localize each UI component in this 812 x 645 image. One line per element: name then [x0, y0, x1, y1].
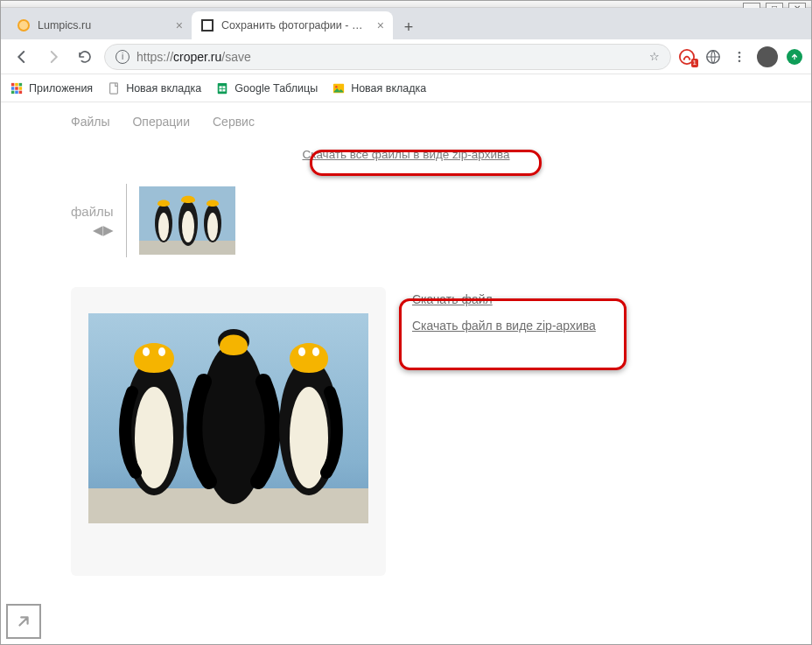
files-prev-icon[interactable]: ◀	[93, 222, 103, 238]
svg-rect-13	[15, 87, 18, 90]
svg-point-6	[738, 51, 741, 53]
svg-rect-14	[19, 87, 23, 90]
svg-point-42	[312, 347, 319, 356]
image-card	[71, 287, 386, 576]
url-text: https://croper.ru/save	[136, 50, 642, 64]
bookmark-label: Приложения	[29, 82, 93, 95]
title-bar	[1, 1, 811, 8]
bookmark-label: Google Таблицы	[234, 82, 318, 95]
menu-operations[interactable]: Операции	[132, 115, 190, 129]
globe-icon[interactable]	[704, 48, 722, 66]
menu-service[interactable]: Сервис	[213, 115, 255, 129]
site-menu: Файлы Операции Сервис	[1, 102, 811, 141]
svg-rect-15	[11, 90, 15, 94]
svg-rect-16	[15, 90, 18, 94]
penguins-thumbnail-icon	[139, 186, 235, 255]
download-links: Скачать файл Скачать файл в виде zip-арх…	[412, 287, 596, 345]
extension-icons	[678, 46, 802, 67]
apps-bookmark[interactable]: Приложения	[10, 81, 93, 95]
address-bar[interactable]: i https://croper.ru/save ☆	[104, 44, 671, 70]
toolbar: i https://croper.ru/save ☆	[1, 39, 811, 74]
apps-grid-icon	[10, 81, 24, 95]
svg-rect-12	[11, 87, 15, 90]
menu-files[interactable]: Файлы	[71, 115, 109, 129]
svg-point-28	[182, 211, 194, 242]
svg-point-35	[143, 347, 150, 356]
tab-label: Lumpics.ru	[38, 19, 169, 32]
svg-rect-11	[19, 82, 23, 86]
menu-dots-icon[interactable]	[731, 48, 748, 66]
files-strip: файлы ◀ ▶	[1, 184, 811, 257]
svg-point-26	[158, 213, 169, 241]
penguins-image-icon	[88, 313, 368, 523]
svg-point-7	[738, 55, 741, 58]
files-nav-arrows: ◀ ▶	[93, 222, 114, 238]
bookmark-label: Новая вкладка	[126, 82, 201, 95]
expand-arrow-icon[interactable]	[6, 604, 41, 639]
bookmark-newtab-1[interactable]: Новая вкладка	[107, 81, 201, 95]
crop-icon	[200, 18, 214, 32]
files-label: файлы	[71, 204, 114, 219]
new-tab-button[interactable]: +	[396, 15, 421, 39]
back-button[interactable]	[10, 45, 34, 69]
tab-label: Сохранить фотографии - Онлайн	[221, 19, 370, 32]
svg-point-30	[207, 213, 218, 241]
close-tab-icon[interactable]: ×	[176, 18, 183, 32]
svg-rect-17	[19, 90, 23, 94]
image-icon	[332, 81, 346, 95]
profile-avatar[interactable]	[757, 46, 778, 67]
svg-rect-18	[110, 82, 118, 93]
svg-rect-3	[203, 21, 212, 30]
site-info-icon[interactable]: i	[116, 50, 130, 64]
svg-point-22	[335, 86, 337, 88]
browser-window: — □ ✕ Lumpics.ru × Сохранить фотографии …	[0, 0, 812, 645]
bookmark-newtab-2[interactable]: Новая вкладка	[332, 81, 426, 95]
download-all-zip-link[interactable]: Скачать все файлы в виде zip-архива	[290, 143, 522, 166]
tab-croper-save[interactable]: Сохранить фотографии - Онлайн ×	[192, 11, 393, 39]
download-file-link[interactable]: Скачать файл	[412, 292, 596, 306]
svg-rect-10	[15, 82, 18, 86]
bookmark-gsheets[interactable]: Google Таблицы	[215, 81, 318, 95]
files-next-icon[interactable]: ▶	[103, 222, 114, 238]
close-tab-icon[interactable]: ×	[377, 18, 384, 32]
svg-point-41	[298, 347, 305, 356]
tab-lumpics[interactable]: Lumpics.ru ×	[8, 11, 192, 39]
bookmarks-bar: Приложения Новая вкладка Google Таблицы …	[1, 74, 811, 102]
svg-point-1	[19, 21, 28, 30]
main-area: Скачать файл Скачать файл в виде zip-арх…	[1, 287, 811, 576]
svg-rect-9	[11, 82, 15, 86]
main-image[interactable]	[88, 313, 368, 523]
page-icon	[107, 81, 121, 95]
forward-button[interactable]	[41, 45, 66, 69]
tabs-row: Lumpics.ru × Сохранить фотографии - Онла…	[1, 8, 811, 39]
svg-point-36	[158, 347, 165, 356]
sheets-icon	[215, 81, 229, 95]
adblock-icon[interactable]	[678, 48, 696, 66]
reload-button[interactable]	[73, 45, 97, 69]
bookmark-label: Новая вкладка	[351, 82, 426, 95]
svg-point-8	[738, 60, 741, 62]
orange-slice-icon	[17, 18, 31, 32]
divider	[126, 184, 127, 257]
upload-icon[interactable]	[787, 49, 802, 65]
bookmark-star-icon[interactable]: ☆	[649, 50, 660, 63]
page-content: Файлы Операции Сервис Скачать все файлы …	[1, 102, 811, 644]
download-file-zip-link[interactable]: Скачать файл в виде zip-архива	[412, 319, 596, 333]
file-thumbnail[interactable]	[139, 186, 235, 255]
